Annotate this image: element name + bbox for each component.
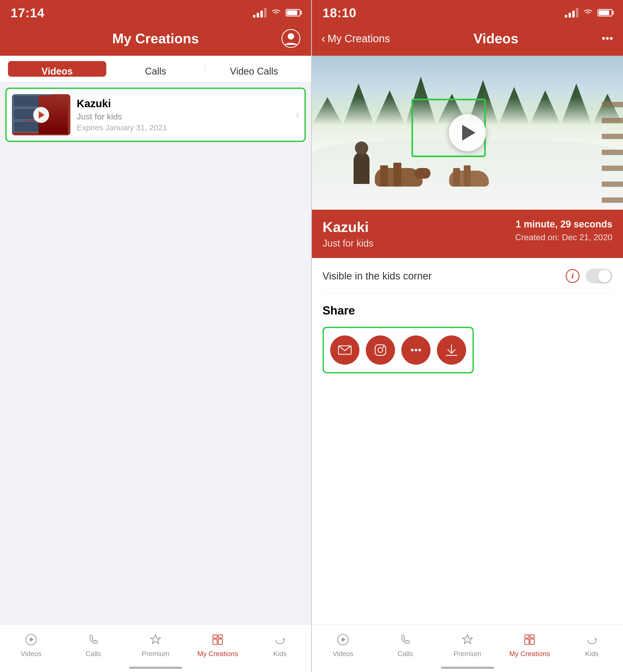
more-options-button[interactable]: •••	[602, 33, 614, 44]
detail-body: Visible in the kids corner i Share	[312, 258, 623, 624]
tab-video-calls-left[interactable]: Video Calls	[205, 61, 303, 77]
detail-video-sub: Just for kids	[323, 238, 374, 249]
nav-premium-right[interactable]: Premium	[436, 624, 499, 666]
nav-calls-left[interactable]: Calls	[62, 624, 124, 666]
back-button[interactable]: ‹ My Creations	[322, 32, 390, 45]
svg-point-12	[383, 346, 384, 348]
status-icons-right	[565, 7, 613, 18]
nav-label-mycreations-right: My Creations	[509, 650, 550, 658]
play-button-small[interactable]	[33, 107, 49, 123]
nav-mycreations-right[interactable]: My Creations	[499, 624, 561, 666]
nav-label-calls-right: Calls	[398, 650, 413, 658]
bottom-nav-left: Videos Calls Premium	[0, 624, 311, 672]
svg-rect-7	[213, 639, 217, 644]
share-buttons-wrapper	[323, 327, 474, 373]
right-phone: 18:10 ‹ My Creations	[312, 0, 623, 672]
video-expires: Expires January 31, 2021	[77, 123, 289, 132]
share-section: Share	[323, 304, 613, 373]
play-circle-icon-left	[24, 632, 38, 647]
svg-point-13	[411, 349, 414, 352]
share-more-button[interactable]	[402, 335, 431, 365]
info-left: Kazuki Just for kids	[323, 219, 374, 249]
wifi-icon-right	[583, 7, 593, 18]
kids-corner-toggle[interactable]	[586, 269, 613, 283]
header-videos-title: Videos	[473, 31, 518, 47]
svg-point-14	[415, 349, 417, 352]
svg-marker-19	[463, 635, 472, 644]
share-email-button[interactable]	[330, 335, 359, 365]
status-bar-left: 17:14	[0, 0, 311, 24]
video-info: Kazuki Just for kids Expires January 31,…	[77, 98, 289, 132]
svg-rect-5	[213, 635, 217, 638]
kids-corner-label: Visible in the kids corner	[323, 270, 432, 282]
info-button[interactable]: i	[566, 269, 580, 283]
svg-rect-23	[530, 639, 534, 644]
nav-videos-right[interactable]: Videos	[312, 624, 374, 666]
play-circle-icon-right	[335, 632, 350, 647]
signal-icon-right	[565, 8, 578, 18]
nav-label-premium-right: Premium	[454, 650, 481, 658]
video-hero	[312, 56, 623, 210]
video-subtitle: Just for kids	[77, 112, 289, 122]
status-bar-right: 18:10	[312, 0, 623, 24]
header-right: ‹ My Creations Videos •••	[312, 24, 623, 56]
tabs-left: Videos Calls Video Calls	[0, 56, 311, 82]
toggle-knob	[598, 270, 611, 282]
svg-point-1	[288, 33, 294, 39]
video-name: Kazuki	[77, 98, 289, 110]
video-item[interactable]: Kazuki Just for kids Expires January 31,…	[5, 88, 306, 142]
share-download-button[interactable]	[437, 335, 466, 365]
kids-icon-left	[273, 632, 288, 647]
battery-icon-left	[286, 9, 300, 17]
play-triangle-large	[462, 125, 475, 141]
share-title: Share	[323, 304, 613, 317]
tab-videos-left[interactable]: Videos	[8, 61, 106, 77]
profile-icon[interactable]	[281, 29, 300, 48]
detail-video-name: Kazuki	[323, 219, 374, 235]
time-right: 18:10	[323, 6, 356, 20]
home-indicator-left	[129, 667, 182, 669]
svg-marker-3	[30, 638, 34, 642]
play-button-large[interactable]	[449, 114, 486, 151]
nav-label-videos-right: Videos	[333, 650, 354, 658]
share-instagram-button[interactable]	[366, 335, 395, 365]
wifi-icon-left	[271, 7, 281, 18]
detail-created: Created on: Dec 21, 2020	[515, 233, 613, 242]
nav-kids-right[interactable]: Kids	[561, 624, 623, 666]
svg-rect-8	[218, 639, 222, 644]
nav-calls-right[interactable]: Calls	[374, 624, 436, 666]
back-chevron-icon: ‹	[322, 32, 325, 45]
back-label: My Creations	[328, 33, 390, 44]
nav-mycreations-left[interactable]: My Creations	[187, 624, 249, 666]
nav-label-mycreations-left: My Creations	[198, 650, 238, 658]
video-list: Kazuki Just for kids Expires January 31,…	[0, 82, 311, 624]
video-info-panel: Kazuki Just for kids 1 minute, 29 second…	[312, 210, 623, 258]
svg-rect-22	[525, 639, 529, 644]
tab-calls-left[interactable]: Calls	[107, 61, 205, 77]
kids-corner-row: Visible in the kids corner i	[323, 269, 613, 293]
grid-icon-right	[522, 632, 537, 647]
bottom-nav-right: Videos Calls Premium	[312, 624, 623, 672]
svg-marker-18	[342, 638, 346, 642]
svg-point-11	[378, 348, 383, 353]
kids-corner-controls: i	[566, 269, 613, 283]
nav-label-kids-right: Kids	[585, 650, 599, 658]
svg-rect-21	[530, 635, 534, 638]
phone-icon-left	[86, 632, 101, 647]
star-icon-left	[148, 632, 163, 647]
svg-point-15	[418, 349, 421, 352]
nav-label-kids-left: Kids	[273, 650, 287, 658]
left-phone: 17:14 My Creations	[0, 0, 311, 672]
phone-icon-right	[398, 632, 413, 647]
thumbnail-overlay	[12, 94, 70, 135]
signal-icon-left	[253, 8, 267, 18]
nav-videos-left[interactable]: Videos	[0, 624, 62, 666]
grid-icon-left	[210, 632, 225, 647]
kids-icon-right	[585, 632, 599, 647]
nav-label-calls-left: Calls	[86, 650, 101, 658]
detail-duration: 1 minute, 29 seconds	[515, 219, 613, 230]
nav-premium-left[interactable]: Premium	[124, 624, 187, 666]
time-left: 17:14	[10, 6, 44, 20]
nav-kids-left[interactable]: Kids	[249, 624, 311, 666]
nav-label-premium-left: Premium	[142, 650, 169, 658]
